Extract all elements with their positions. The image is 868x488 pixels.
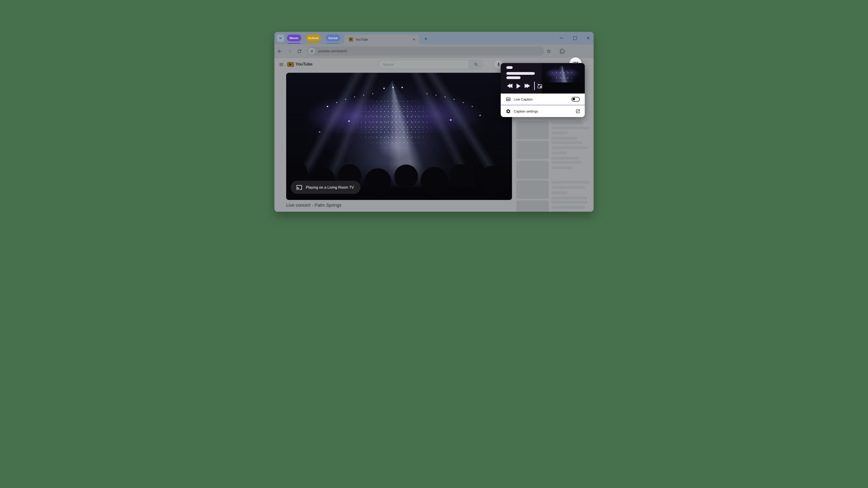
tab-group-music-underline — [287, 43, 301, 44]
skeleton-text-line — [552, 186, 585, 189]
skeleton-text-line — [552, 127, 589, 129]
chromecast-icon — [296, 184, 302, 191]
skeleton-text-line — [552, 191, 567, 194]
picture-in-picture-icon — [537, 83, 543, 89]
media-skeleton-bar — [506, 72, 535, 75]
media-skeleton-bar — [506, 66, 513, 69]
minimize-icon — [560, 38, 563, 38]
confetti — [340, 88, 449, 164]
cast-status-pill: Playing on a Living Room TV — [291, 181, 361, 194]
cast-status-text: Playing on a Living Room TV — [306, 185, 354, 190]
tab-group-music[interactable]: Music — [287, 32, 301, 44]
youtube-favicon-icon — [349, 37, 353, 41]
skeleton-text-line — [552, 141, 583, 144]
rewind-icon-2 — [509, 84, 513, 88]
subtitles-icon — [506, 97, 511, 102]
youtube-logo-icon[interactable] — [287, 62, 294, 67]
media-session-card — [501, 63, 585, 94]
extensions-button[interactable] — [560, 48, 565, 54]
tab-group-school-pill[interactable]: School — [306, 35, 321, 41]
skeleton-text-line — [552, 181, 590, 184]
minimize-button[interactable] — [560, 32, 563, 44]
next-track-button[interactable] — [525, 84, 530, 88]
puzzle-icon — [560, 48, 565, 54]
tab-close-icon[interactable]: ✕ — [412, 37, 415, 41]
controls-divider — [534, 82, 535, 90]
media-artwork — [541, 63, 585, 94]
browser-toolbar: youtube.com/watch/ — [274, 44, 594, 58]
live-caption-label: Live Caption — [514, 97, 532, 101]
browser-window: Music School Social YouTube ✕ + ✕ — [274, 32, 594, 212]
skeleton-text-line — [552, 211, 569, 212]
tab-strip: Music School Social YouTube ✕ + ✕ — [274, 32, 594, 44]
play-button[interactable] — [517, 84, 521, 89]
caption-settings-row[interactable]: Caption settings — [501, 105, 585, 117]
tune-icon — [310, 49, 314, 53]
suggestion-skeleton-row — [516, 141, 591, 159]
previous-track-button[interactable] — [507, 84, 513, 88]
tab-group-music-pill[interactable]: Music — [287, 35, 301, 41]
close-window-button[interactable]: ✕ — [586, 32, 590, 44]
star-icon — [546, 48, 551, 54]
skeleton-text-line — [552, 201, 588, 203]
tab-group-school[interactable]: School — [306, 32, 321, 44]
skeleton-thumbnail — [516, 161, 549, 179]
live-caption-row[interactable]: Live Caption — [501, 94, 585, 105]
skeleton-thumbnail — [516, 121, 549, 139]
skeleton-text-line — [552, 152, 567, 154]
video-player[interactable]: Playing on a Living Room TV — [286, 73, 512, 200]
reload-icon — [297, 48, 302, 54]
microphone-icon — [497, 62, 501, 66]
maximize-icon — [573, 36, 577, 40]
youtube-search-bar[interactable]: Search — [379, 60, 483, 69]
tab-group-school-underline — [307, 43, 320, 44]
reload-button[interactable] — [297, 48, 302, 54]
skeleton-text-line — [552, 147, 589, 149]
artwork-crowd — [541, 83, 585, 94]
back-button[interactable] — [277, 48, 282, 54]
skeleton-text-line — [552, 161, 583, 164]
address-bar[interactable]: youtube.com/watch/ — [307, 46, 544, 56]
tab-youtube[interactable]: YouTube ✕ — [344, 35, 419, 44]
tab-group-social-underline — [327, 43, 340, 44]
tab-group-social[interactable]: Social — [326, 32, 340, 44]
skeleton-text-line — [552, 132, 568, 134]
youtube-wordmark[interactable]: YouTube — [296, 62, 312, 67]
skeleton-thumbnail — [516, 141, 549, 159]
suggestion-skeleton-row — [516, 181, 591, 199]
chevron-down-icon — [279, 36, 282, 40]
caption-settings-label: Caption settings — [514, 109, 538, 113]
skeleton-text-line — [552, 197, 587, 199]
hamburger-icon — [279, 62, 284, 67]
tab-title: YouTube — [355, 38, 368, 41]
forward-arrow-icon — [287, 48, 292, 54]
gear-icon — [506, 109, 511, 114]
live-caption-toggle[interactable] — [571, 97, 580, 102]
tab-search-button[interactable] — [277, 34, 284, 42]
skeleton-text-line — [552, 166, 573, 169]
suggestion-skeleton-row — [516, 200, 591, 212]
skeleton-text-line — [552, 157, 578, 160]
skeleton-text-line — [552, 121, 583, 124]
new-tab-button[interactable]: + — [423, 36, 429, 42]
search-icon — [474, 62, 478, 67]
skeleton-text-line — [552, 137, 577, 140]
play-icon — [517, 84, 521, 89]
bookmark-button[interactable] — [546, 48, 552, 54]
hamburger-menu-button[interactable] — [279, 62, 284, 67]
media-skeleton-bar — [506, 76, 521, 79]
skeleton-text-line — [552, 206, 585, 209]
site-settings-chip[interactable] — [308, 48, 315, 55]
video-title: Live concert - Palm Springs — [286, 203, 342, 208]
fast-forward-icon-2 — [527, 84, 530, 88]
maximize-button[interactable] — [573, 32, 577, 44]
suggestion-skeleton-row — [516, 161, 591, 179]
open-in-new-icon — [576, 109, 580, 113]
tab-group-social-pill[interactable]: Social — [326, 35, 340, 41]
back-arrow-icon — [277, 48, 282, 54]
media-controls-popup: Live Caption Caption settings — [501, 63, 585, 117]
search-button[interactable] — [469, 60, 483, 69]
skeleton-thumbnail — [516, 200, 549, 212]
forward-button[interactable] — [287, 48, 292, 54]
picture-in-picture-button[interactable] — [537, 83, 543, 89]
